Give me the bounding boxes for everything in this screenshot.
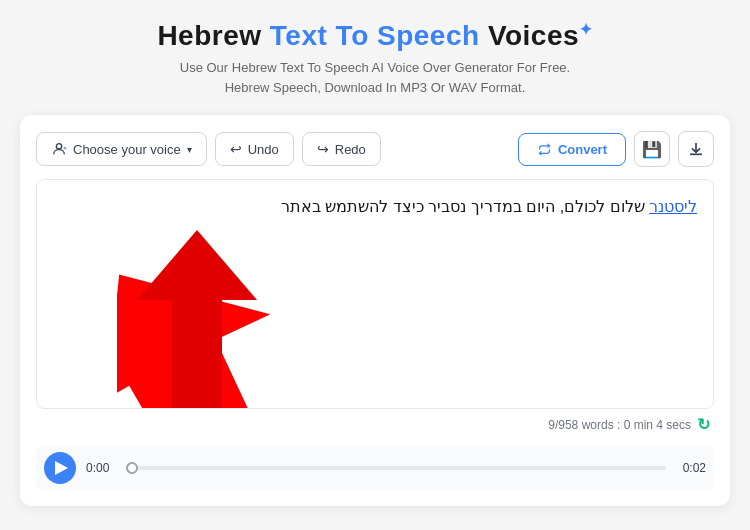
main-card: Choose your voice ▾ ↩ Undo ↪ Redo <box>20 115 730 506</box>
hebrew-text-rest: שלום לכולם, היום במדריך נסביר כיצד להשתמ… <box>281 198 649 215</box>
current-time: 0:00 <box>86 461 116 475</box>
refresh-icon: ↻ <box>697 415 710 434</box>
text-editor-area[interactable]: ליסטנר שלום לכולם, היום במדריך נסביר כיצ… <box>36 179 714 409</box>
download-button[interactable] <box>678 131 714 167</box>
hebrew-text: ליסטנר שלום לכולם, היום במדריך נסביר כיצ… <box>53 194 697 220</box>
page-header: Hebrew Text To Speech Voices✦ Use Our He… <box>157 20 592 97</box>
save-button[interactable]: 💾 <box>634 131 670 167</box>
hebrew-link[interactable]: ליסטנר <box>649 198 697 215</box>
title-part1: Hebrew <box>157 20 269 51</box>
toolbar: Choose your voice ▾ ↩ Undo ↪ Redo <box>36 131 714 167</box>
choose-voice-button[interactable]: Choose your voice ▾ <box>36 132 207 166</box>
svg-marker-2 <box>117 224 312 409</box>
svg-point-0 <box>56 144 61 149</box>
subtitle-line2: Hebrew Speech, Download In MP3 Or WAV Fo… <box>157 78 592 98</box>
undo-icon: ↩ <box>230 141 242 157</box>
redo-label: Redo <box>335 142 366 157</box>
subtitle-line1: Use Our Hebrew Text To Speech AI Voice O… <box>157 58 592 78</box>
choose-voice-label: Choose your voice <box>73 142 181 157</box>
sparkle-icon: ✦ <box>579 21 593 38</box>
end-time: 0:02 <box>676 461 706 475</box>
chevron-down-icon: ▾ <box>187 144 192 155</box>
svg-marker-1 <box>117 248 288 409</box>
undo-label: Undo <box>248 142 279 157</box>
save-icon: 💾 <box>642 140 662 159</box>
undo-button[interactable]: ↩ Undo <box>215 132 294 166</box>
subtitle: Use Our Hebrew Text To Speech AI Voice O… <box>157 58 592 97</box>
word-count-bar: 9/958 words : 0 min 4 secs ↻ <box>36 409 714 436</box>
redo-icon: ↪ <box>317 141 329 157</box>
convert-button[interactable]: Convert <box>518 133 626 166</box>
progress-dot <box>126 462 138 474</box>
redo-button[interactable]: ↪ Redo <box>302 132 381 166</box>
voice-icon <box>51 141 67 157</box>
page-title: Hebrew Text To Speech Voices✦ <box>157 20 592 52</box>
word-count-text: 9/958 words : 0 min 4 secs <box>548 418 691 432</box>
convert-icon <box>537 142 552 157</box>
audio-player: 0:00 0:02 <box>36 446 714 490</box>
svg-marker-3 <box>137 230 257 409</box>
download-icon <box>688 141 704 157</box>
title-part2: Text To Speech <box>270 20 480 51</box>
progress-track[interactable] <box>126 466 666 470</box>
page-container: Hebrew Text To Speech Voices✦ Use Our He… <box>0 0 750 530</box>
convert-label: Convert <box>558 142 607 157</box>
title-part3: Voices <box>480 20 579 51</box>
play-button[interactable] <box>44 452 76 484</box>
